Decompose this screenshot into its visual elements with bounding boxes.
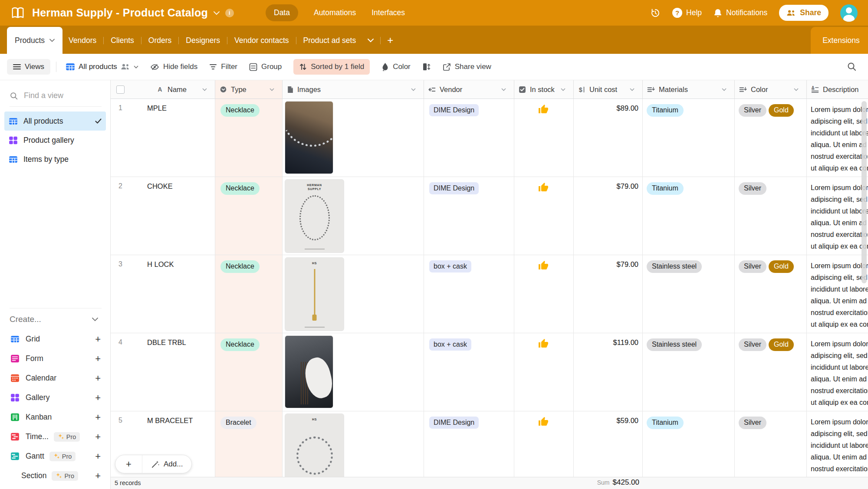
cell-unit-cost[interactable]: $79.00 (574, 177, 643, 255)
chevron-down-icon[interactable] (411, 88, 416, 91)
tab-orders[interactable]: Orders (142, 27, 178, 54)
vendor-linked-record-badge[interactable]: box + cask (429, 260, 471, 272)
cell-name[interactable]: 2CHOKE (111, 177, 215, 255)
create-form[interactable]: Form+ (0, 349, 110, 368)
create-time[interactable]: Time...Pro+ (0, 427, 110, 446)
base-info-icon[interactable]: i (225, 9, 234, 17)
extensions-tab[interactable]: Extensions (811, 27, 868, 54)
cell-in-stock[interactable] (514, 99, 574, 177)
cell-images[interactable]: HERMAN SUPPLY (283, 177, 424, 255)
add-view-button[interactable]: + (95, 413, 101, 422)
add-view-button[interactable]: + (95, 393, 101, 403)
product-image[interactable] (285, 102, 333, 174)
hide-fields-button[interactable]: Hide fields (150, 62, 197, 72)
cell-vendor[interactable]: box + cask (424, 255, 514, 333)
sidebar-view-product-gallery[interactable]: Product gallery (4, 131, 106, 150)
cell-images[interactable]: HS (283, 411, 424, 477)
cell-in-stock[interactable] (514, 333, 574, 411)
create-grid[interactable]: Grid+ (0, 329, 110, 349)
create-header[interactable]: Create... (0, 315, 110, 329)
view-switcher[interactable]: All products (66, 62, 138, 71)
cell-color[interactable]: Silver (735, 177, 807, 255)
cell-images[interactable] (283, 333, 424, 411)
user-avatar[interactable] (840, 4, 858, 22)
column-header-materials[interactable]: Materials (643, 80, 735, 98)
tab-product-ad-sets[interactable]: Product ad sets (297, 27, 362, 54)
add-view-button[interactable]: + (95, 374, 101, 383)
cell-vendor[interactable]: box + cask (424, 333, 514, 411)
column-header-color[interactable]: Color (735, 80, 807, 98)
chevron-down-icon[interactable] (270, 88, 274, 91)
add-with-ai-button[interactable]: Add... (142, 460, 191, 469)
cell-images[interactable] (283, 99, 424, 177)
help-button[interactable]: ? Help (672, 8, 702, 18)
cell-color[interactable]: SilverGold (735, 333, 807, 411)
tab-products[interactable]: Products (7, 27, 62, 54)
nav-item-automations[interactable]: Automations (314, 4, 356, 21)
tab-vendors[interactable]: Vendors (62, 27, 102, 54)
product-image[interactable]: HERMAN SUPPLY (285, 180, 344, 253)
chevron-down-icon[interactable] (630, 88, 635, 91)
sidebar-view-items-by-type[interactable]: Items by type (4, 150, 106, 169)
color-button[interactable]: Color (381, 62, 411, 71)
column-header-vendor[interactable]: Vendor (424, 80, 514, 98)
views-button[interactable]: Views (7, 59, 50, 75)
filter-button[interactable]: Filter (209, 62, 237, 71)
create-gallery[interactable]: Gallery+ (0, 388, 110, 407)
row-height-button[interactable] (422, 62, 431, 71)
add-table-button[interactable]: + (381, 27, 399, 54)
vendor-linked-record-badge[interactable]: DIME Design (429, 417, 479, 429)
cell-vendor[interactable]: DIME Design (424, 411, 514, 477)
find-view-input[interactable] (23, 91, 90, 101)
cell-type[interactable]: Necklace (215, 333, 283, 411)
cell-type[interactable]: Necklace (215, 177, 283, 255)
cell-unit-cost[interactable]: $59.00 (574, 411, 643, 477)
cell-type[interactable]: Necklace (215, 255, 283, 333)
cell-vendor[interactable]: DIME Design (424, 177, 514, 255)
select-all-checkbox[interactable] (116, 85, 125, 94)
cell-description[interactable]: Lorem ipsum dolor sit amet, consectetur … (807, 99, 868, 177)
chevron-down-icon[interactable] (202, 88, 207, 91)
notifications-button[interactable]: Notifications (713, 8, 767, 18)
column-header-images[interactable]: Images (283, 80, 424, 98)
history-icon[interactable] (650, 8, 661, 18)
product-image[interactable]: HS (285, 414, 344, 477)
add-view-button[interactable]: + (95, 354, 101, 364)
chevron-down-icon[interactable] (49, 39, 55, 42)
product-image[interactable]: HS (285, 258, 344, 331)
add-view-button[interactable]: + (95, 335, 101, 344)
group-button[interactable]: Group (249, 62, 282, 71)
create-gantt[interactable]: GanttPro+ (0, 446, 110, 466)
column-header-unit-cost[interactable]: $Unit cost (574, 80, 643, 98)
cell-description[interactable]: Lorem ipsum dolor sit amet, consectetur … (807, 255, 868, 333)
cell-in-stock[interactable] (514, 411, 574, 477)
chevron-down-icon[interactable] (722, 88, 727, 91)
column-header-in-stock[interactable]: In stock (514, 80, 574, 98)
share-view-button[interactable]: Share view (443, 62, 491, 71)
cell-name[interactable]: 1MPLE (111, 99, 215, 177)
tabs-expand-chevron[interactable] (362, 27, 379, 54)
base-title-chevron-icon[interactable] (213, 11, 220, 15)
base-book-icon[interactable] (10, 7, 25, 20)
column-header-description[interactable]: ADescription (807, 80, 868, 98)
cell-color[interactable]: SilverGold (735, 99, 807, 177)
search-icon[interactable] (847, 62, 857, 72)
add-view-button[interactable]: + (95, 452, 101, 461)
chevron-down-icon[interactable] (794, 88, 799, 91)
cell-in-stock[interactable] (514, 177, 574, 255)
cell-materials[interactable]: Stainless steel (643, 255, 735, 333)
cell-description[interactable]: Lorem ipsum dolor sit amet, consectetur … (807, 411, 868, 477)
base-title[interactable]: Herman Supply - Product Catalog (32, 7, 208, 19)
nav-item-data[interactable]: Data (266, 4, 298, 21)
chevron-down-icon[interactable] (561, 88, 566, 91)
cell-in-stock[interactable] (514, 255, 574, 333)
cell-unit-cost[interactable]: $89.00 (574, 99, 643, 177)
cell-materials[interactable]: Titanium (643, 177, 735, 255)
vertical-scrollbar[interactable] (861, 101, 867, 283)
cell-color[interactable]: Silver (735, 411, 807, 477)
sidebar-view-all-products[interactable]: All products (4, 112, 106, 131)
share-button[interactable]: Share (779, 5, 829, 21)
cell-vendor[interactable]: DIME Design (424, 99, 514, 177)
vendor-linked-record-badge[interactable]: DIME Design (429, 182, 479, 194)
nav-item-interfaces[interactable]: Interfaces (372, 4, 405, 21)
